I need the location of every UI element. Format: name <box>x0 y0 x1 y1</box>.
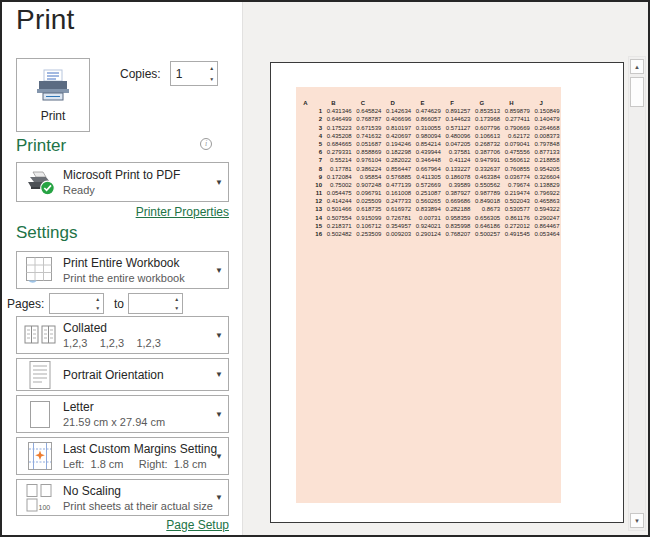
preview-cell: 0.760855 <box>501 165 531 173</box>
chevron-down-icon: ▼ <box>210 331 228 340</box>
preview-cell: 0.079041 <box>501 140 531 148</box>
preview-cell: 0.858869 <box>353 148 383 156</box>
preview-cell: 0.008373 <box>531 132 561 140</box>
orientation-select[interactable]: Portrait Orientation ▼ <box>16 358 229 391</box>
preview-cell: 0.907248 <box>353 181 383 189</box>
preview-column-header: E <box>412 99 442 107</box>
preview-row-number: 7 <box>296 156 323 164</box>
preview-cell: 0.142634 <box>382 107 412 115</box>
spin-up-icon[interactable]: ▲ <box>171 294 182 304</box>
preview-row: 130.5014660.6187350.6169720.8338940.2821… <box>296 205 561 213</box>
pages-to-input[interactable] <box>129 294 171 313</box>
pages-from-stepper[interactable]: ▲ ▼ <box>49 293 104 314</box>
preview-cell: 0.958359 <box>442 214 472 222</box>
collation-select[interactable]: Collated 1,2,3 1,2,3 1,2,3 ▼ <box>16 316 229 354</box>
printer-section-heading: Printer <box>16 136 66 156</box>
page-title: Print <box>16 4 75 36</box>
preview-cell: 0.144623 <box>442 115 472 123</box>
preview-row: 110.0544750.0967910.1610080.2510870.3879… <box>296 189 561 197</box>
preview-row: 120.4142440.0255090.2477330.5602650.6696… <box>296 197 561 205</box>
preview-cell: 0.768207 <box>442 230 472 238</box>
margins-label: Last Custom Margins Setting <box>63 442 210 456</box>
preview-cell: 0.856447 <box>382 165 412 173</box>
preview-cell: 0.150849 <box>531 107 561 115</box>
margins-select[interactable]: Last Custom Margins Setting Left: 1.8 cm… <box>16 437 229 475</box>
scaling-select[interactable]: 100 No Scaling Print sheets at their act… <box>16 479 229 516</box>
preview-cell: 0.646186 <box>471 222 501 230</box>
scroll-up-icon[interactable]: ▲ <box>630 59 644 74</box>
preview-cell: 0.79674 <box>501 181 531 189</box>
spin-down-icon[interactable]: ▼ <box>207 74 217 86</box>
preview-row: 10.4313460.6458240.1426340.4746290.89125… <box>296 107 561 115</box>
printer-select[interactable]: Microsoft Print to PDF Ready ▼ <box>16 162 229 202</box>
print-preview-pane: ABCDEFGHJ10.4313460.6458240.1426340.4746… <box>242 2 648 535</box>
preview-cell: 0.218371 <box>323 222 353 230</box>
preview-cell: 0.387706 <box>471 148 501 156</box>
preview-column-header: D <box>382 99 412 107</box>
preview-cell: 0.264668 <box>531 124 561 132</box>
preview-cell: 0.420697 <box>382 132 412 140</box>
preview-cell: 0.507554 <box>323 214 353 222</box>
preview-cell: 0.607796 <box>471 124 501 132</box>
preview-cell: 0.616972 <box>382 205 412 213</box>
spin-up-icon[interactable]: ▲ <box>92 294 103 304</box>
pages-from-input[interactable] <box>50 294 92 313</box>
preview-row-number: 2 <box>296 115 323 123</box>
preview-row: 100.750020.9072480.4771390.5726690.39589… <box>296 181 561 189</box>
preview-cell: 0.954205 <box>531 165 561 173</box>
preview-row-number: 16 <box>296 230 323 238</box>
preview-cell: 0.406696 <box>382 115 412 123</box>
preview-cell: 0.218858 <box>531 156 561 164</box>
preview-cell: 0.161008 <box>382 189 412 197</box>
copies-stepper[interactable]: ▲ ▼ <box>170 61 218 86</box>
print-button[interactable]: Print <box>16 58 90 132</box>
printer-properties-link[interactable]: Printer Properties <box>136 205 229 219</box>
scrollbar-thumb[interactable] <box>630 77 644 107</box>
info-icon[interactable]: i <box>200 138 212 150</box>
preview-row-number: 8 <box>296 165 323 173</box>
spin-down-icon[interactable]: ▼ <box>171 304 182 314</box>
preview-print-area: ABCDEFGHJ10.4313460.6458240.1426340.4746… <box>296 87 561 503</box>
print-button-label: Print <box>41 109 66 123</box>
preview-cell: 0.645824 <box>353 107 383 115</box>
margins-icon <box>17 441 63 471</box>
preview-row-number: 1 <box>296 107 323 115</box>
copies-input[interactable] <box>171 62 207 85</box>
pages-to-stepper[interactable]: ▲ ▼ <box>128 293 183 314</box>
preview-cell: 0.37581 <box>442 148 472 156</box>
paper-size-select[interactable]: Letter 21.59 cm x 27.94 cm ▼ <box>16 395 229 433</box>
preview-cell: 0.411305 <box>412 173 442 181</box>
preview-cell: 0.669686 <box>442 197 472 205</box>
preview-cell: 0.560612 <box>501 156 531 164</box>
preview-cell: 0.95854 <box>353 173 383 181</box>
scroll-down-icon[interactable]: ▼ <box>630 513 644 528</box>
preview-cell: 0.332637 <box>471 165 501 173</box>
preview-row-number: 14 <box>296 214 323 222</box>
spin-down-icon[interactable]: ▼ <box>92 304 103 314</box>
orientation-label: Portrait Orientation <box>63 368 210 382</box>
preview-table: ABCDEFGHJ10.4313460.6458240.1426340.4746… <box>296 99 561 238</box>
preview-cell: 0.465863 <box>531 197 561 205</box>
preview-cell: 0.053464 <box>531 230 561 238</box>
preview-cell: 0.726781 <box>382 214 412 222</box>
preview-cell: 0.924021 <box>412 222 442 230</box>
preview-column-header: F <box>442 99 472 107</box>
preview-scrollbar[interactable]: ▲ ▼ <box>628 56 646 531</box>
printer-icon <box>34 68 72 106</box>
preview-cell: 0.290124 <box>412 230 442 238</box>
settings-section-heading: Settings <box>16 223 77 243</box>
margins-sublabel: Left: 1.8 cm Right: 1.8 cm <box>63 458 210 470</box>
print-what-select[interactable]: Print Entire Workbook Print the entire w… <box>16 251 229 289</box>
page-setup-link[interactable]: Page Setup <box>166 518 229 532</box>
preview-cell: 0.414244 <box>323 197 353 205</box>
preview-row: 140.5075540.9150990.7267810.007310.95835… <box>296 214 561 222</box>
preview-cell: 0.474629 <box>412 107 442 115</box>
preview-cell: 0.55214 <box>323 156 353 164</box>
preview-cell: 0.047205 <box>442 140 472 148</box>
preview-cell: 0.864467 <box>531 222 561 230</box>
portrait-page-icon <box>17 360 63 390</box>
preview-cell: 0.877133 <box>531 148 561 156</box>
spin-up-icon[interactable]: ▲ <box>207 62 217 74</box>
preview-cell: 0.502482 <box>323 230 353 238</box>
print-what-sublabel: Print the entire workbook <box>63 272 210 284</box>
